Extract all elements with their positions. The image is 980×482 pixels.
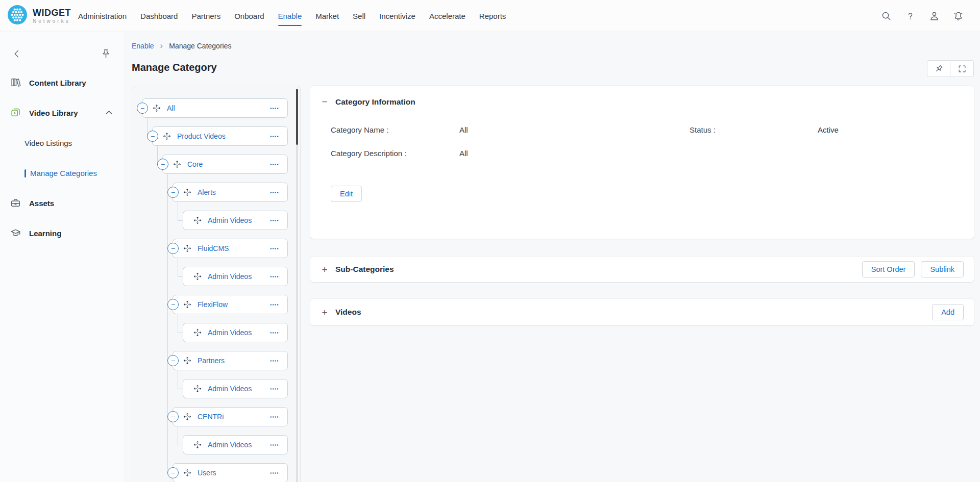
tree-node-admin-videos[interactable]: Admin Videos bbox=[183, 379, 288, 398]
breadcrumb-current: Manage Categories bbox=[169, 42, 231, 50]
tree-node-all[interactable]: −All bbox=[142, 98, 288, 118]
tree-node-users[interactable]: −Users bbox=[173, 463, 288, 482]
drag-handle-icon[interactable] bbox=[173, 160, 181, 168]
sidebar-item-assets[interactable]: Assets bbox=[0, 188, 125, 218]
edit-button[interactable]: Edit bbox=[331, 186, 362, 202]
brand-logo[interactable]: WIDGET Networks bbox=[7, 5, 71, 27]
drag-handle-icon[interactable] bbox=[183, 300, 191, 309]
drag-handle-icon[interactable] bbox=[193, 328, 202, 337]
node-menu-icon[interactable] bbox=[269, 416, 280, 418]
drag-handle-icon[interactable] bbox=[183, 413, 191, 421]
nav-item-incentivize[interactable]: Incentivize bbox=[379, 0, 415, 32]
scrollbar-thumb[interactable] bbox=[296, 89, 298, 145]
videos-card: + Videos Add bbox=[310, 299, 974, 325]
category-information-card: − Category Information Category Name : A… bbox=[310, 86, 974, 239]
collapse-toggle-icon[interactable]: − bbox=[167, 299, 179, 310]
drag-handle-icon[interactable] bbox=[183, 188, 191, 196]
tree-node-fluidcms[interactable]: −FluidCMS bbox=[173, 239, 288, 258]
collapse-toggle-icon[interactable]: − bbox=[167, 467, 179, 478]
node-menu-icon[interactable] bbox=[269, 135, 280, 138]
search-icon[interactable] bbox=[879, 9, 893, 22]
expand-icon[interactable]: + bbox=[321, 265, 329, 274]
tree-node-admin-videos[interactable]: Admin Videos bbox=[183, 435, 288, 454]
drag-handle-icon[interactable] bbox=[193, 216, 202, 224]
tree-node-partners[interactable]: −Partners bbox=[173, 351, 288, 370]
node-menu-icon[interactable] bbox=[269, 388, 280, 390]
sublink-button[interactable]: Sublink bbox=[921, 261, 964, 277]
drag-handle-icon[interactable] bbox=[183, 469, 191, 477]
nav-item-onboard[interactable]: Onboard bbox=[234, 0, 264, 32]
tree-node-alerts[interactable]: −Alerts bbox=[173, 183, 288, 202]
node-menu-icon[interactable] bbox=[269, 219, 280, 222]
tree-node-admin-videos[interactable]: Admin Videos bbox=[183, 211, 288, 230]
drag-handle-icon[interactable] bbox=[193, 385, 202, 393]
node-menu-icon[interactable] bbox=[269, 275, 280, 278]
node-menu-icon[interactable] bbox=[269, 444, 280, 446]
tree-node-core[interactable]: −Core bbox=[162, 155, 288, 174]
page-actions bbox=[927, 60, 974, 77]
drag-handle-icon[interactable] bbox=[183, 357, 191, 365]
sort-order-button[interactable]: Sort Order bbox=[862, 261, 915, 277]
sidebar-item-learning[interactable]: Learning bbox=[0, 218, 125, 248]
user-icon[interactable] bbox=[927, 9, 941, 22]
node-menu-icon[interactable] bbox=[269, 163, 280, 166]
node-menu-icon[interactable] bbox=[269, 472, 280, 474]
sidebar-pin-icon[interactable] bbox=[99, 47, 112, 60]
collapse-toggle-icon[interactable]: − bbox=[137, 103, 148, 114]
drag-handle-icon[interactable] bbox=[183, 244, 191, 252]
sidebar-item-label: Assets bbox=[29, 199, 54, 208]
tree-node-product-videos[interactable]: −Product Videos bbox=[152, 126, 288, 146]
video-icon bbox=[10, 107, 21, 119]
pin-page-button[interactable] bbox=[927, 60, 950, 77]
node-menu-icon[interactable] bbox=[269, 332, 280, 334]
drag-handle-icon[interactable] bbox=[163, 132, 171, 140]
tree-node-label: FluidCMS bbox=[198, 244, 229, 252]
tree-node-label: Admin Videos bbox=[208, 272, 252, 281]
nav-item-reports[interactable]: Reports bbox=[479, 0, 506, 32]
graduation-cap-icon bbox=[10, 227, 21, 240]
top-nav: AdministrationDashboardPartnersOnboardEn… bbox=[78, 0, 506, 32]
collapse-toggle-icon[interactable]: − bbox=[167, 187, 179, 198]
sidebar-subitem-label: Manage Categories bbox=[30, 169, 97, 177]
collapse-toggle-icon[interactable]: − bbox=[147, 131, 158, 142]
collapse-icon[interactable]: − bbox=[321, 97, 329, 107]
nav-item-sell[interactable]: Sell bbox=[353, 0, 365, 32]
node-menu-icon[interactable] bbox=[269, 360, 280, 362]
help-icon[interactable] bbox=[903, 9, 917, 22]
collapse-toggle-icon[interactable]: − bbox=[157, 159, 168, 170]
nav-item-administration[interactable]: Administration bbox=[78, 0, 127, 32]
drag-handle-icon[interactable] bbox=[193, 272, 202, 281]
collapse-toggle-icon[interactable]: − bbox=[167, 411, 179, 422]
sidebar-item-content-library[interactable]: Content Library bbox=[0, 68, 125, 98]
notifications-icon[interactable] bbox=[951, 9, 965, 22]
nav-item-market[interactable]: Market bbox=[315, 0, 339, 32]
drag-handle-icon[interactable] bbox=[193, 441, 202, 449]
expand-icon[interactable]: + bbox=[321, 308, 329, 317]
nav-item-accelerate[interactable]: Accelerate bbox=[429, 0, 465, 32]
sidebar-item-manage-categories[interactable]: Manage Categories bbox=[0, 158, 125, 188]
tree-node-label: Admin Videos bbox=[208, 216, 252, 224]
collapse-toggle-icon[interactable]: − bbox=[167, 243, 179, 254]
fullscreen-icon[interactable] bbox=[950, 60, 974, 77]
nav-item-dashboard[interactable]: Dashboard bbox=[140, 0, 178, 32]
sidebar-item-video-listings[interactable]: Video Listings bbox=[0, 128, 125, 158]
tree-node-label: Alerts bbox=[198, 188, 216, 196]
tree-node-admin-videos[interactable]: Admin Videos bbox=[183, 323, 288, 342]
nav-item-enable[interactable]: Enable bbox=[278, 0, 302, 32]
tree-node-flexiflow[interactable]: −FlexiFlow bbox=[173, 295, 288, 314]
tree-node-label: Admin Videos bbox=[208, 385, 252, 393]
drag-handle-icon[interactable] bbox=[153, 104, 161, 112]
tree-node-centri[interactable]: −CENTRi bbox=[173, 407, 288, 426]
node-menu-icon[interactable] bbox=[269, 247, 280, 250]
sidebar-item-video-library[interactable]: Video Library bbox=[0, 98, 125, 128]
node-menu-icon[interactable] bbox=[269, 303, 280, 306]
category-description-label: Category Description : bbox=[331, 149, 459, 158]
add-button[interactable]: Add bbox=[932, 304, 964, 320]
breadcrumb-link-enable[interactable]: Enable bbox=[132, 42, 154, 50]
node-menu-icon[interactable] bbox=[269, 191, 280, 194]
collapse-toggle-icon[interactable]: − bbox=[167, 355, 179, 366]
node-menu-icon[interactable] bbox=[269, 107, 280, 110]
sidebar-back-icon[interactable] bbox=[10, 47, 23, 60]
nav-item-partners[interactable]: Partners bbox=[191, 0, 220, 32]
tree-node-admin-videos[interactable]: Admin Videos bbox=[183, 267, 288, 286]
